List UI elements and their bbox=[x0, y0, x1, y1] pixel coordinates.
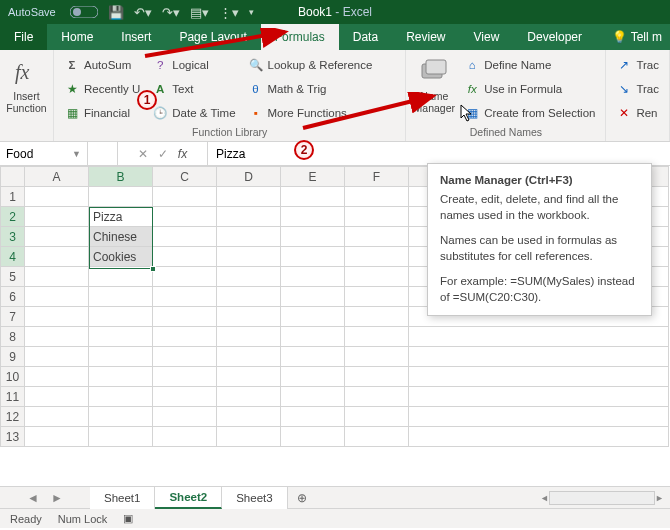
cell[interactable] bbox=[153, 387, 217, 407]
tab-home[interactable]: Home bbox=[47, 24, 107, 50]
cell[interactable] bbox=[217, 407, 281, 427]
cell[interactable] bbox=[217, 187, 281, 207]
autosave-toggle-icon[interactable] bbox=[70, 6, 98, 18]
cell[interactable] bbox=[281, 287, 345, 307]
cell[interactable] bbox=[281, 227, 345, 247]
row-header[interactable]: 9 bbox=[1, 347, 25, 367]
cell[interactable] bbox=[409, 367, 669, 387]
select-all-corner[interactable] bbox=[1, 167, 25, 187]
cell[interactable] bbox=[25, 227, 89, 247]
cell[interactable] bbox=[153, 347, 217, 367]
cell[interactable] bbox=[89, 427, 153, 447]
cell[interactable] bbox=[281, 247, 345, 267]
cell[interactable] bbox=[153, 367, 217, 387]
cell[interactable] bbox=[89, 187, 153, 207]
remove-arrows-button[interactable]: ✕Ren bbox=[612, 102, 663, 124]
qat-icon-1[interactable]: ▤▾ bbox=[190, 5, 209, 20]
cell[interactable] bbox=[153, 267, 217, 287]
name-manager-button[interactable]: Name Manager bbox=[412, 54, 456, 124]
cell[interactable] bbox=[89, 307, 153, 327]
row-header[interactable]: 3 bbox=[1, 227, 25, 247]
cell[interactable] bbox=[25, 367, 89, 387]
cell[interactable] bbox=[345, 267, 409, 287]
cell[interactable] bbox=[217, 287, 281, 307]
cell[interactable] bbox=[217, 247, 281, 267]
cell[interactable] bbox=[409, 347, 669, 367]
create-from-selection-button[interactable]: ▦Create from Selection bbox=[460, 102, 599, 124]
recently-used-button[interactable]: ★Recently U bbox=[60, 78, 144, 100]
cell[interactable] bbox=[217, 227, 281, 247]
cell[interactable] bbox=[409, 327, 669, 347]
cell[interactable] bbox=[281, 347, 345, 367]
cell[interactable] bbox=[25, 207, 89, 227]
redo-icon[interactable]: ↷▾ bbox=[162, 5, 180, 20]
cell[interactable] bbox=[345, 407, 409, 427]
row-header[interactable]: 4 bbox=[1, 247, 25, 267]
col-header-c[interactable]: C bbox=[153, 167, 217, 187]
cell[interactable] bbox=[89, 327, 153, 347]
tab-review[interactable]: Review bbox=[392, 24, 459, 50]
scroll-left-icon[interactable]: ◄ bbox=[540, 493, 549, 503]
col-header-d[interactable]: D bbox=[217, 167, 281, 187]
save-icon[interactable]: 💾 bbox=[108, 5, 124, 20]
datetime-button[interactable]: 🕒Date & Time bbox=[148, 102, 239, 124]
cell[interactable] bbox=[409, 427, 669, 447]
row-header[interactable]: 12 bbox=[1, 407, 25, 427]
sheet-tab-1[interactable]: Sheet1 bbox=[90, 487, 155, 509]
cell[interactable] bbox=[25, 247, 89, 267]
use-in-formula-button[interactable]: fxUse in Formula bbox=[460, 78, 599, 100]
cell[interactable] bbox=[281, 367, 345, 387]
scroll-right-icon[interactable]: ► bbox=[655, 493, 664, 503]
cell[interactable] bbox=[217, 307, 281, 327]
define-name-button[interactable]: ⌂Define Name bbox=[460, 54, 599, 76]
cell[interactable] bbox=[281, 207, 345, 227]
tab-view[interactable]: View bbox=[460, 24, 514, 50]
row-header[interactable]: 2 bbox=[1, 207, 25, 227]
tab-insert[interactable]: Insert bbox=[107, 24, 165, 50]
cell[interactable] bbox=[345, 387, 409, 407]
cell[interactable] bbox=[217, 207, 281, 227]
cell[interactable] bbox=[153, 287, 217, 307]
cell[interactable] bbox=[25, 307, 89, 327]
cell[interactable] bbox=[217, 387, 281, 407]
row-header[interactable]: 8 bbox=[1, 327, 25, 347]
cell-b4[interactable]: Cookies bbox=[89, 247, 153, 267]
cell[interactable] bbox=[25, 347, 89, 367]
cell[interactable] bbox=[409, 407, 669, 427]
sheet-tab-2[interactable]: Sheet2 bbox=[155, 487, 222, 509]
sheet-tab-3[interactable]: Sheet3 bbox=[222, 487, 287, 509]
cell[interactable] bbox=[89, 367, 153, 387]
tab-formulas[interactable]: Formulas bbox=[261, 24, 339, 50]
cell[interactable] bbox=[281, 427, 345, 447]
col-header-b[interactable]: B bbox=[89, 167, 153, 187]
cell[interactable] bbox=[345, 347, 409, 367]
cell[interactable] bbox=[89, 387, 153, 407]
cell[interactable] bbox=[89, 267, 153, 287]
cell[interactable] bbox=[153, 187, 217, 207]
cell[interactable] bbox=[345, 247, 409, 267]
sheet-prev-icon[interactable]: ◄ bbox=[27, 491, 39, 505]
cell[interactable] bbox=[345, 207, 409, 227]
financial-button[interactable]: ▦Financial bbox=[60, 102, 144, 124]
tell-me[interactable]: 💡 Tell m bbox=[604, 24, 670, 50]
row-header[interactable]: 11 bbox=[1, 387, 25, 407]
tab-page-layout[interactable]: Page Layout bbox=[165, 24, 260, 50]
cell[interactable] bbox=[153, 427, 217, 447]
cell[interactable] bbox=[25, 287, 89, 307]
cell[interactable] bbox=[153, 407, 217, 427]
cell[interactable] bbox=[217, 347, 281, 367]
cell-b3[interactable]: Chinese bbox=[89, 227, 153, 247]
name-box[interactable]: ▼ bbox=[0, 142, 88, 165]
autosum-button[interactable]: ΣAutoSum bbox=[60, 54, 144, 76]
cell[interactable] bbox=[345, 187, 409, 207]
macro-record-icon[interactable]: ▣ bbox=[123, 512, 133, 525]
cancel-icon[interactable]: ✕ bbox=[138, 147, 148, 161]
cell[interactable] bbox=[345, 367, 409, 387]
cell[interactable] bbox=[281, 407, 345, 427]
formula-input[interactable] bbox=[216, 147, 662, 161]
col-header-f[interactable]: F bbox=[345, 167, 409, 187]
row-header[interactable]: 5 bbox=[1, 267, 25, 287]
cell[interactable] bbox=[281, 307, 345, 327]
cell[interactable] bbox=[153, 307, 217, 327]
col-header-a[interactable]: A bbox=[25, 167, 89, 187]
